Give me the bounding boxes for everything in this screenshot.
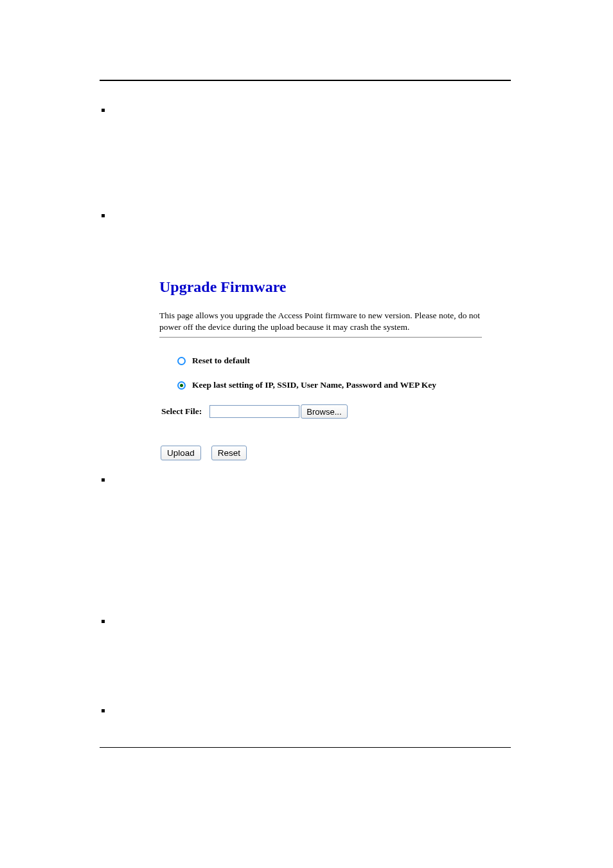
option-reset-default[interactable]: Reset to default [177,356,482,366]
radio-icon[interactable] [177,381,186,390]
option-label: Reset to default [192,356,250,366]
panel-description: This page allows you upgrade the Access … [159,310,482,338]
option-keep-settings[interactable]: Keep last setting of IP, SSID, User Name… [177,380,482,390]
radio-icon[interactable] [177,357,186,365]
panel-title: Upgrade Firmware [159,278,482,296]
page-top-rule [100,80,511,81]
reset-button[interactable]: Reset [211,446,247,460]
bullet-marker [102,709,105,712]
bullet-marker [102,478,105,482]
page-bottom-rule [100,747,511,748]
upgrade-firmware-panel: Upgrade Firmware This page allows you up… [159,278,482,460]
option-label: Keep last setting of IP, SSID, User Name… [192,380,436,390]
action-button-row: Upload Reset [161,446,482,460]
bullet-marker [102,620,105,623]
upload-button[interactable]: Upload [161,446,201,460]
bullet-marker [102,214,105,217]
file-path-input[interactable] [209,405,299,418]
select-file-label: Select File: [161,406,202,417]
bullet-marker [102,109,105,112]
browse-button[interactable]: Browse... [301,404,347,419]
file-select-row: Select File: Browse... [161,404,482,419]
